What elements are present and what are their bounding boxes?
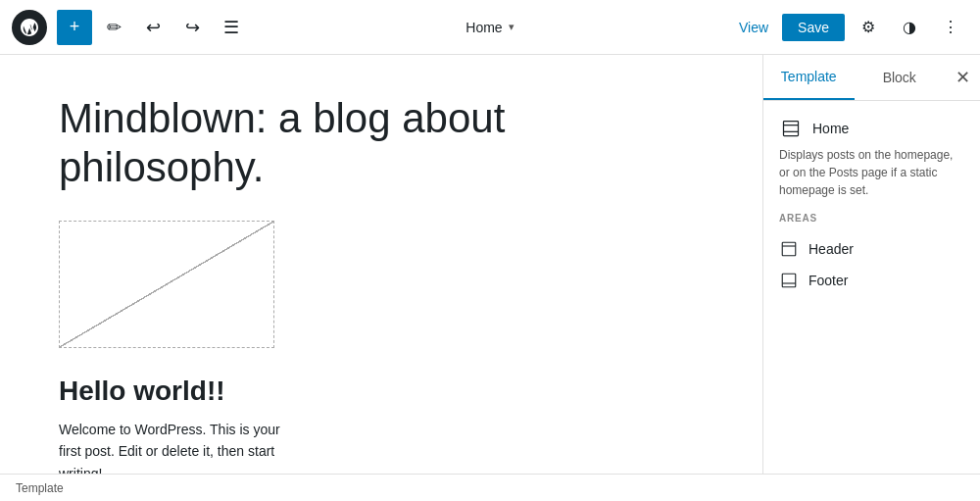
sidebar-tab-bar: Template Block ✕ — [763, 55, 980, 101]
close-sidebar-button[interactable]: ✕ — [945, 60, 980, 95]
main-area: Mindblown: a blog about philosophy. Hell… — [0, 55, 980, 474]
undo-button[interactable]: ↩ — [135, 10, 171, 45]
status-bar: Template — [0, 474, 980, 501]
chevron-down-icon: ▾ — [509, 21, 514, 33]
plus-icon: + — [70, 17, 80, 37]
template-description: Displays posts on the homepage, or on th… — [779, 146, 964, 199]
areas-section-label: AREAS — [779, 213, 964, 224]
theme-button[interactable]: ◑ — [892, 10, 927, 45]
header-area-icon — [779, 239, 799, 259]
post-title: Hello world!! — [59, 376, 704, 407]
page-title-selector[interactable]: Home ▾ — [466, 20, 514, 35]
area-row-footer[interactable]: Footer — [779, 265, 964, 296]
status-label: Template — [16, 481, 64, 495]
sidebar-content: Home Displays posts on the homepage, or … — [763, 101, 980, 474]
template-name-row: Home — [779, 117, 964, 140]
toolbar-right: View Save ⚙ ◑ ⋮ — [731, 10, 968, 45]
view-button[interactable]: View — [731, 14, 776, 41]
tab-template[interactable]: Template — [763, 55, 855, 100]
post-excerpt: Welcome to WordPress. This is your first… — [59, 419, 284, 474]
right-sidebar: Template Block ✕ Home Displays posts on … — [762, 55, 980, 474]
blog-title: Mindblown: a blog about philosophy. — [59, 94, 704, 193]
wp-logo[interactable] — [12, 10, 47, 45]
settings-button[interactable]: ⚙ — [851, 10, 886, 45]
list-icon: ☰ — [223, 17, 239, 38]
wp-logo-icon — [20, 18, 39, 37]
redo-button[interactable]: ↪ — [174, 10, 210, 45]
template-name-label: Home — [812, 121, 849, 136]
template-layout-icon — [779, 117, 803, 140]
close-icon: ✕ — [956, 67, 970, 88]
toolbar: + ✏ ↩ ↪ ☰ Home ▾ View Save ⚙ ◑ ⋮ — [0, 0, 980, 55]
ellipsis-icon: ⋮ — [943, 18, 958, 36]
undo-icon: ↩ — [146, 17, 161, 38]
footer-area-label: Footer — [808, 273, 848, 288]
tab-block[interactable]: Block — [855, 56, 946, 99]
svg-rect-0 — [784, 122, 799, 136]
svg-rect-5 — [782, 274, 796, 287]
area-row-header[interactable]: Header — [779, 233, 964, 265]
page-title-label: Home — [466, 20, 502, 35]
circle-half-icon: ◑ — [903, 18, 916, 36]
add-block-button[interactable]: + — [57, 10, 92, 45]
redo-icon: ↪ — [185, 17, 200, 38]
footer-area-icon — [779, 271, 799, 290]
header-area-label: Header — [808, 241, 854, 257]
placeholder-image — [59, 221, 274, 348]
editor-canvas[interactable]: Mindblown: a blog about philosophy. Hell… — [0, 55, 762, 474]
edit-tool-button[interactable]: ✏ — [96, 10, 131, 45]
more-options-button[interactable]: ⋮ — [933, 10, 968, 45]
pen-icon: ✏ — [107, 17, 122, 38]
gear-icon: ⚙ — [861, 18, 875, 36]
save-button[interactable]: Save — [782, 14, 845, 41]
svg-rect-3 — [782, 242, 796, 256]
list-view-button[interactable]: ☰ — [214, 10, 249, 45]
